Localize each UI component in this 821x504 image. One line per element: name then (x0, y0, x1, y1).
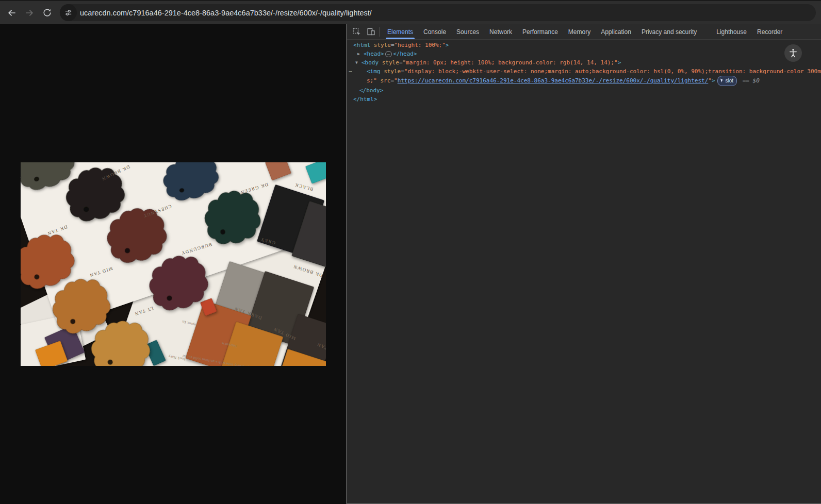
code-token-tag: <html (353, 42, 370, 48)
page-viewport: DK BROWNCHESTNUTDK GREENBLACKDK TANBURGU… (0, 24, 346, 504)
reload-button[interactable] (38, 4, 56, 22)
url-text: ucarecdn.com/c7916a46-291e-4ce8-86a3-9ae… (80, 9, 372, 17)
code-token-dollar: $0 (753, 77, 760, 84)
toolbar-divider (379, 27, 380, 37)
browser-toolbar: ucarecdn.com/c7916a46-291e-4ce8-86a3-9ae… (0, 0, 821, 24)
code-token-val: "height: 100%;" (395, 42, 446, 48)
tab-privacy-and-security[interactable]: Privacy and security (636, 25, 702, 39)
inspect-element-icon (352, 27, 361, 36)
code-token-tag: > (446, 42, 449, 48)
code-token-tag: </html> (353, 96, 377, 103)
code-token-val: " (708, 77, 712, 84)
code-token-val: "margin: 0px; height: 100%; background-c… (403, 59, 618, 66)
code-line[interactable]: ▶<head>…</head> (347, 49, 821, 58)
code-token-val: "display: block;-webkit-user-select: non… (404, 68, 821, 75)
forward-arrow-icon (24, 8, 35, 18)
devtools-panel: ElementsConsoleSourcesNetworkPerformance… (346, 24, 821, 504)
code-token-plain (379, 59, 382, 66)
back-button[interactable] (3, 4, 21, 22)
code-token-tag: > (618, 59, 621, 66)
code-token-attr: style (382, 59, 399, 66)
code-token-more: … (385, 51, 392, 57)
tab-elements[interactable]: Elements (382, 25, 418, 39)
inspect-cursor-icon (720, 78, 724, 83)
code-token-tag: </head> (393, 51, 417, 57)
accessibility-person-icon (788, 48, 798, 58)
code-token-attr: src (381, 77, 391, 84)
tab-sources[interactable]: Sources (451, 25, 484, 39)
inspect-element-button[interactable] (349, 25, 364, 39)
code-token-punct: = (391, 42, 395, 48)
tune-site-settings-icon (64, 8, 73, 17)
devtools-toolbar: ElementsConsoleSourcesNetworkPerformance… (347, 24, 821, 40)
code-token-attr: style (374, 42, 391, 48)
code-token-val: s;" (367, 77, 377, 84)
browser-window: ucarecdn.com/c7916a46-291e-4ce8-86a3-9ae… (0, 0, 821, 504)
code-line[interactable]: </body> (347, 86, 821, 95)
code-token-link: https://ucarecdn.com/c7916a46-291e-4ce8-… (398, 77, 709, 84)
tab-application[interactable]: Application (596, 25, 636, 39)
leather-swatch-image[interactable]: DK BROWNCHESTNUTDK GREENBLACKDK TANBURGU… (21, 162, 326, 366)
device-toolbar-button[interactable] (364, 25, 378, 39)
code-token-punct: = (401, 68, 404, 75)
code-line[interactable]: ⋯<img style="display: block;-webkit-user… (347, 67, 821, 76)
code-token-dots: ⋯ (349, 67, 352, 76)
code-line[interactable]: <html style="height: 100%;"> (347, 41, 821, 49)
code-token-val: " (394, 77, 398, 84)
tab-network[interactable]: Network (484, 25, 517, 39)
slot-badge[interactable]: slot (717, 76, 737, 86)
code-line[interactable]: ▼<body style="margin: 0px; height: 100%;… (347, 58, 821, 67)
code-token-tag: <body (362, 59, 379, 66)
forward-button[interactable] (21, 4, 38, 22)
url-bar[interactable]: ucarecdn.com/c7916a46-291e-4ce8-86a3-9ae… (60, 4, 816, 21)
code-token-punct: = (399, 59, 403, 66)
code-line[interactable]: </html> (347, 95, 821, 104)
device-toolbar-icon (367, 27, 375, 36)
tab-recorder[interactable]: Recorder (752, 25, 787, 39)
accessibility-overlay-button[interactable] (784, 44, 802, 62)
code-token-arrow: ▶ (357, 49, 364, 58)
tab-memory[interactable]: Memory (563, 25, 596, 39)
tab-performance[interactable]: Performance (517, 25, 563, 39)
code-token-tag: <img (367, 68, 381, 75)
tab-lighthouse[interactable]: Lighthouse (711, 25, 752, 39)
reload-icon (42, 8, 52, 18)
code-token-plain (370, 42, 374, 48)
code-token-arrow: ▼ (355, 58, 362, 67)
code-token-punct: = (390, 77, 394, 84)
code-token-tag: > (712, 77, 715, 84)
code-token-plain (377, 77, 381, 84)
back-arrow-icon (7, 8, 17, 18)
code-token-tag: <head> (364, 51, 384, 57)
code-token-attr: style (384, 68, 401, 75)
site-settings-button[interactable] (60, 4, 77, 21)
tab-console[interactable]: Console (418, 25, 451, 39)
elements-tree: <html style="height: 100%;">▶<head>…</he… (347, 40, 821, 104)
code-line[interactable]: s;" src="https://ucarecdn.com/c7916a46-2… (347, 76, 821, 86)
devtools-tab-bar: ElementsConsoleSourcesNetworkPerformance… (382, 25, 787, 39)
photo-content: DK BROWNCHESTNUTDK GREENBLACKDK TANBURGU… (21, 162, 326, 366)
code-token-eq: == (739, 77, 753, 84)
code-token-tag: </body> (359, 87, 383, 94)
